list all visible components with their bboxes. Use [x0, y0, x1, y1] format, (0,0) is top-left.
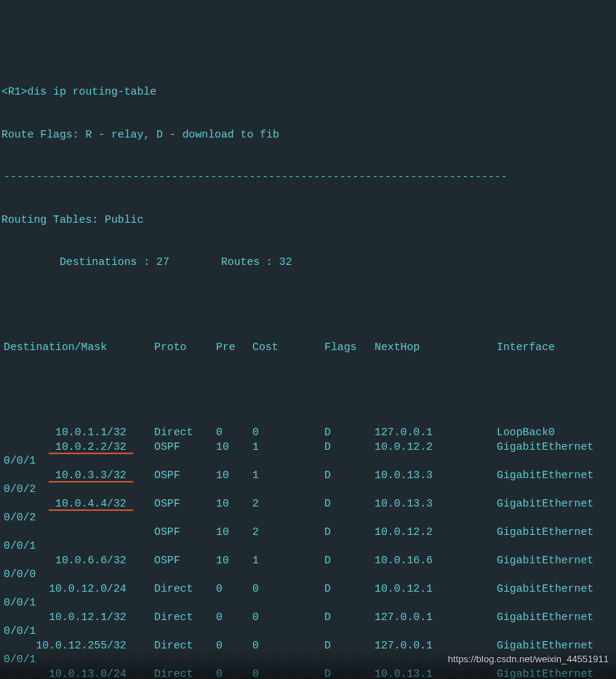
cell-destination: 10.0.12.255/32 — [1, 639, 154, 654]
cell-proto: Direct — [154, 639, 216, 654]
cell-proto: OSPF — [154, 497, 216, 512]
cell-interface-wrap: 0/0/0 — [1, 568, 615, 582]
cell-destination: 10.0.4.4/32 — [1, 497, 154, 512]
cell-cost: 2 — [252, 525, 324, 540]
cell-destination: 10.0.12.0/24 — [1, 582, 154, 597]
hdr-pre: Pre — [216, 341, 252, 355]
hdr-cost: Cost — [252, 341, 324, 355]
cell-nexthop: 10.0.12.2 — [375, 440, 497, 455]
cell-flags: D — [324, 525, 375, 540]
hdr-nexthop: NextHop — [375, 341, 497, 355]
cell-cost: 1 — [252, 554, 324, 568]
hdr-proto: Proto — [154, 341, 216, 355]
cell-proto: Direct — [154, 611, 216, 625]
cell-destination: 10.0.2.2/32 — [1, 440, 154, 455]
cell-flags: D — [324, 639, 375, 654]
cell-destination: 10.0.6.6/32 — [1, 554, 154, 568]
routing-table-body: 10.0.1.1/32Direct00D127.0.0.1LoopBack0 1… — [1, 426, 615, 679]
cell-cost: 0 — [252, 667, 324, 680]
cell-interface-wrap: 0/0/2 — [1, 511, 615, 525]
cell-pre: 10 — [216, 554, 252, 568]
cell-pre: 10 — [216, 497, 252, 512]
column-header: Destination/Mask Proto Pre Cost Flags Ne… — [1, 341, 615, 355]
divider: ----------------------------------------… — [1, 170, 615, 185]
cell-cost: 0 — [252, 426, 324, 440]
cell-flags: D — [324, 582, 375, 597]
table-row: 10.0.12.1/32Direct00D127.0.0.1GigabitEth… — [1, 611, 615, 625]
cell-nexthop: 127.0.0.1 — [375, 426, 497, 440]
cell-nexthop: 10.0.16.6 — [375, 554, 497, 568]
watermark: https://blog.csdn.net/weixin_44551911 — [448, 652, 609, 667]
cell-flags: D — [324, 440, 375, 455]
cell-cost: 1 — [252, 469, 324, 483]
cell-cost: 0 — [252, 611, 324, 625]
cell-cost: 0 — [252, 582, 324, 597]
cell-nexthop: 127.0.0.1 — [375, 611, 497, 625]
cell-pre: 0 — [216, 582, 252, 597]
cell-flags: D — [324, 554, 375, 568]
table-row: 10.0.12.0/24Direct00D10.0.12.1GigabitEth… — [1, 582, 615, 597]
cell-interface: GigabitEthernet — [497, 525, 615, 540]
cell-destination — [1, 525, 154, 540]
cell-interface-wrap: 0/0/1 — [1, 596, 615, 611]
cell-interface: LoopBack0 — [497, 426, 615, 440]
cell-destination: 10.0.1.1/32 — [1, 426, 154, 440]
cell-destination: 10.0.3.3/32 — [1, 469, 154, 483]
counts-line: Destinations : 27 Routes : 32 — [1, 255, 615, 270]
cell-interface: GigabitEthernet — [497, 469, 615, 483]
cell-nexthop: 10.0.13.3 — [375, 497, 497, 512]
hdr-flags: Flags — [324, 341, 375, 355]
cell-destination: 10.0.12.1/32 — [1, 611, 154, 625]
cell-nexthop: 10.0.12.2 — [375, 525, 497, 540]
cell-proto: OSPF — [154, 440, 216, 455]
cell-interface: GigabitEthernet — [497, 611, 615, 625]
hdr-interface: Interface — [497, 341, 615, 355]
cell-interface: GigabitEthernet — [497, 554, 615, 568]
tables-header: Routing Tables: Public — [1, 213, 615, 228]
table-row: OSPF102D10.0.12.2GigabitEthernet — [1, 525, 615, 540]
cell-flags: D — [324, 469, 375, 483]
cell-nexthop: 10.0.13.3 — [375, 469, 497, 483]
cell-flags: D — [324, 497, 375, 512]
cell-proto: Direct — [154, 667, 216, 680]
cell-pre: 0 — [216, 639, 252, 654]
cell-interface-wrap: 0/0/2 — [1, 483, 615, 497]
cell-nexthop: 10.0.12.1 — [375, 582, 497, 597]
cell-interface: GigabitEthernet — [497, 667, 615, 680]
cell-pre: 10 — [216, 440, 252, 455]
cell-proto: OSPF — [154, 469, 216, 483]
cell-proto: OSPF — [154, 554, 216, 568]
cell-proto: Direct — [154, 426, 216, 440]
cell-pre: 10 — [216, 525, 252, 540]
prompt-line[interactable]: <R1>dis ip routing-table — [1, 85, 615, 100]
cell-interface: GigabitEthernet — [497, 440, 615, 455]
cell-pre: 0 — [216, 426, 252, 440]
cell-flags: D — [324, 667, 375, 680]
cell-interface: GigabitEthernet — [497, 497, 615, 512]
cell-interface-wrap: 0/0/1 — [1, 454, 615, 469]
cell-flags: D — [324, 426, 375, 440]
cell-cost: 2 — [252, 497, 324, 512]
table-row: 10.0.4.4/32 OSPF102D10.0.13.3GigabitEthe… — [1, 497, 615, 512]
cell-interface-wrap: 0/0/1 — [1, 624, 615, 639]
cell-interface: GigabitEthernet — [497, 582, 615, 597]
table-row: 10.0.6.6/32OSPF101D10.0.16.6GigabitEther… — [1, 554, 615, 568]
cell-proto: Direct — [154, 582, 216, 597]
cell-flags: D — [324, 611, 375, 625]
cell-pre: 10 — [216, 469, 252, 483]
terminal-output: <R1>dis ip routing-table Route Flags: R … — [0, 57, 616, 679]
cell-interface-wrap: 0/0/1 — [1, 539, 615, 554]
table-row: 10.0.2.2/32 OSPF101D10.0.12.2GigabitEthe… — [1, 440, 615, 455]
cell-nexthop: 127.0.0.1 — [375, 639, 497, 654]
cell-pre: 0 — [216, 667, 252, 680]
cell-destination: 10.0.13.0/24 — [1, 667, 154, 680]
cell-cost: 0 — [252, 639, 324, 654]
cell-cost: 1 — [252, 440, 324, 455]
table-row: 10.0.3.3/32 OSPF101D10.0.13.3GigabitEthe… — [1, 469, 615, 483]
flags-legend: Route Flags: R - relay, D - download to … — [1, 128, 615, 143]
table-row: 10.0.13.0/24Direct00D10.0.13.1GigabitEth… — [1, 667, 615, 680]
table-row: 10.0.1.1/32Direct00D127.0.0.1LoopBack0 — [1, 426, 615, 440]
table-row: 10.0.12.255/32Direct00D127.0.0.1GigabitE… — [1, 639, 615, 654]
cell-pre: 0 — [216, 611, 252, 625]
cell-interface: GigabitEthernet — [497, 639, 615, 654]
